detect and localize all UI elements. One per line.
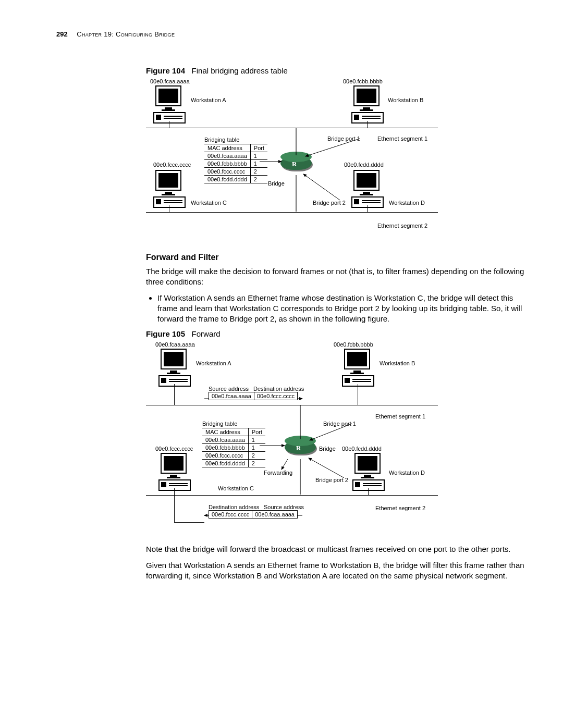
figure105-label: Figure 105 bbox=[146, 329, 185, 338]
btable-hdr-mac: MAC address bbox=[204, 144, 250, 152]
port2-label-2: Bridge port 2 bbox=[315, 477, 348, 483]
workstation-B-icon bbox=[351, 85, 382, 124]
seg1-label: Ethernet segment 1 bbox=[377, 135, 427, 142]
port1-label-2: Bridge port 1 bbox=[323, 421, 356, 427]
seg1-2-label: Ethernet segment 1 bbox=[375, 413, 425, 419]
wsC-label: Workstation C bbox=[191, 200, 227, 206]
bridging-table-105: Bridging table MAC addressPort 00e0.fcaa… bbox=[202, 421, 265, 467]
macC2: 00e0.fccc.cccc bbox=[155, 446, 193, 452]
workstation-B2-icon bbox=[342, 349, 372, 387]
svg-line-9 bbox=[309, 458, 344, 478]
svg-line-4 bbox=[303, 174, 340, 200]
bridging-table-104: Bridging table MAC addressPort 00e0.fcaa… bbox=[204, 137, 267, 183]
workstation-C-icon bbox=[153, 170, 183, 208]
forward-filter-intro: The bridge will make the decision to for… bbox=[146, 266, 527, 288]
wsD2-label: Workstation D bbox=[389, 470, 425, 476]
trailing-p1: Note that the bridge will forward the br… bbox=[146, 544, 527, 554]
macB2: 00e0.fcbb.bbbb bbox=[334, 341, 373, 348]
port1-label: Bridge port 1 bbox=[327, 135, 360, 142]
forward-filter-bullet-1: If Workstation A sends an Ethernet frame… bbox=[157, 293, 527, 325]
figure104-diagram: 00e0.fcaa.aaaa 00e0.fcbb.bbbb Workstatio… bbox=[146, 78, 459, 237]
wsB2-label: Workstation B bbox=[380, 360, 415, 366]
page-header: 292 Chapter 19: Configuring Bridge bbox=[56, 30, 527, 38]
seg2-label: Ethernet segment 2 bbox=[377, 223, 427, 229]
workstation-D2-icon bbox=[352, 453, 383, 491]
table-row: 00e0.fcbb.bbbb bbox=[202, 444, 248, 452]
forward-filter-heading: Forward and Filter bbox=[146, 253, 527, 262]
btable-title: Bridging table bbox=[204, 137, 267, 143]
svg-line-10 bbox=[282, 459, 288, 470]
bridge-label-2: Bridge bbox=[319, 446, 336, 452]
figure105-diagram: 00e0.fcaa.aaaa 00e0.fcbb.bbbb Workstatio… bbox=[146, 341, 459, 532]
bridge-label: Bridge bbox=[268, 180, 285, 187]
macA2: 00e0.fcaa.aaaa bbox=[155, 341, 195, 348]
macD2: 00e0.fcdd.dddd bbox=[342, 446, 382, 452]
port2-label: Bridge port 2 bbox=[313, 200, 346, 206]
frame-top: Source addressDestination address 00e0.f… bbox=[209, 386, 304, 400]
macB: 00e0.fcbb.bbbb bbox=[343, 78, 383, 84]
wsA2-label: Workstation A bbox=[196, 360, 231, 366]
table-row: 00e0.fcaa.aaaa bbox=[204, 152, 250, 160]
figure105-caption: Figure 105 Forward bbox=[146, 329, 527, 338]
workstation-D-icon bbox=[351, 170, 382, 208]
table-row: 00e0.fcbb.bbbb bbox=[204, 160, 250, 168]
macC: 00e0.fccc.cccc bbox=[153, 162, 191, 168]
wsA-label: Workstation A bbox=[191, 97, 226, 103]
router-icon: R bbox=[280, 156, 312, 175]
macA: 00e0.fcaa.aaaa bbox=[150, 78, 190, 84]
table-row: 00e0.fcdd.dddd bbox=[204, 176, 250, 183]
trailing-p2: Given that Workstation A sends an Ethern… bbox=[146, 560, 527, 582]
table-row: 00e0.fcdd.dddd bbox=[202, 460, 248, 467]
figure104-text: Final bridging address table bbox=[192, 66, 288, 75]
page-number: 292 bbox=[56, 30, 68, 38]
workstation-C2-icon bbox=[158, 453, 189, 491]
table-row: 00e0.fccc.cccc bbox=[204, 168, 250, 176]
wsD-label: Workstation D bbox=[389, 200, 425, 206]
figure104-caption: Figure 104 Final bridging address table bbox=[146, 66, 527, 75]
frame-bottom: Destination addressSource address 00e0.f… bbox=[209, 504, 304, 519]
table-row: 00e0.fccc.cccc bbox=[202, 452, 248, 460]
wsB-label: Workstation B bbox=[388, 97, 423, 103]
router-icon-2: R bbox=[285, 440, 316, 459]
chapter-title: Chapter 19: Configuring Bridge bbox=[77, 30, 175, 38]
workstation-A-icon bbox=[153, 85, 183, 124]
workstation-A2-icon bbox=[158, 349, 189, 387]
btable-hdr-port: Port bbox=[250, 144, 267, 152]
figure105-text: Forward bbox=[192, 329, 221, 338]
seg2-2-label: Ethernet segment 2 bbox=[375, 505, 425, 511]
forwarding-label: Forwarding bbox=[264, 470, 292, 476]
table-row: 00e0.fcaa.aaaa bbox=[202, 436, 248, 444]
macD: 00e0.fcdd.dddd bbox=[344, 162, 384, 168]
figure104-label: Figure 104 bbox=[146, 66, 185, 75]
wsC2-label: Workstation C bbox=[218, 485, 254, 491]
